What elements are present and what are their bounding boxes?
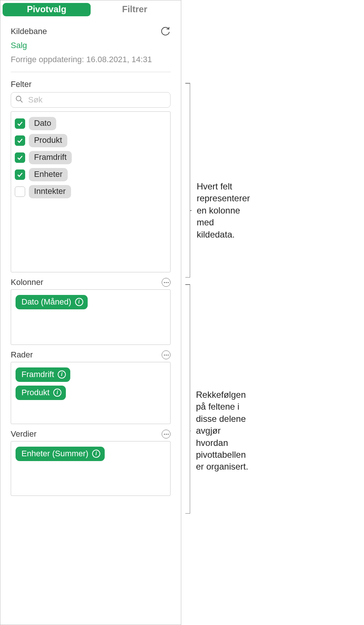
callout-text: Hvert felt representerer en kolonne med … (197, 181, 254, 241)
pill-label: Produkt (21, 388, 50, 397)
field-row: Enheter (14, 167, 167, 183)
column-pill-dato-maned[interactable]: Dato (Måned) i (16, 295, 88, 309)
field-checkbox-produkt[interactable] (15, 135, 25, 146)
tick-icon (190, 210, 192, 211)
row-pill-framdrift[interactable]: Framdrift i (16, 367, 70, 382)
callout-sections: Rekkefølgen på feltene i disse delene av… (183, 284, 190, 514)
values-label: Verdier (11, 429, 37, 439)
field-chip-framdrift[interactable]: Framdrift (29, 151, 72, 164)
fields-label: Felter (11, 80, 171, 89)
value-pill-enheter-summer[interactable]: Enheter (Summer) i (16, 447, 105, 461)
search-icon (15, 95, 23, 105)
values-dropzone[interactable]: Enheter (Summer) i (11, 441, 171, 496)
field-row: Produkt (14, 132, 167, 149)
row-pill-produkt[interactable]: Produkt i (16, 386, 66, 400)
pill-label: Dato (Måned) (21, 297, 71, 307)
field-checkbox-dato[interactable] (15, 118, 25, 129)
bracket-icon (183, 284, 190, 514)
field-row: Inntekter (14, 184, 167, 200)
info-icon[interactable]: i (92, 450, 100, 458)
tab-pivotvalg[interactable]: Pivotvalg (3, 3, 91, 16)
field-chip-produkt[interactable]: Produkt (29, 134, 67, 147)
columns-more-icon[interactable] (162, 278, 171, 287)
info-icon[interactable]: i (58, 370, 66, 379)
tabs-bar: Pivotvalg Filtrer (0, 0, 181, 18)
field-checkbox-framdrift[interactable] (15, 152, 25, 163)
field-chip-inntekter[interactable]: Inntekter (29, 185, 71, 198)
rows-more-icon[interactable] (162, 350, 171, 359)
field-row: Framdrift (14, 149, 167, 166)
pill-label: Framdrift (21, 370, 54, 379)
pivot-options-panel: Pivotvalg Filtrer Kildebane Salg Forrige… (0, 0, 181, 625)
svg-line-1 (20, 100, 22, 102)
refresh-icon[interactable] (160, 27, 171, 39)
columns-dropzone[interactable]: Dato (Måned) i (11, 289, 171, 345)
source-path-label: Kildebane (11, 27, 47, 36)
source-name[interactable]: Salg (11, 41, 171, 50)
info-icon[interactable]: i (53, 389, 61, 397)
tab-filtrer[interactable]: Filtrer (91, 3, 179, 16)
fields-list: Dato Produkt Framdrift (11, 111, 171, 272)
search-input[interactable] (11, 92, 171, 108)
annotations-area: Hvert felt representerer en kolonne med … (183, 0, 364, 625)
field-chip-enheter[interactable]: Enheter (29, 168, 68, 181)
callout-fields: Hvert felt representerer en kolonne med … (183, 83, 190, 278)
callout-text: Rekkefølgen på feltene i disse delene av… (196, 389, 251, 473)
pill-label: Enheter (Summer) (21, 449, 88, 458)
columns-label: Kolonner (11, 278, 43, 287)
last-updated-label: Forrige oppdatering: 16.08.2021, 14:31 (11, 55, 171, 72)
rows-dropzone[interactable]: Framdrift i Produkt i (11, 362, 171, 424)
rows-label: Rader (11, 350, 33, 360)
tick-icon (190, 431, 191, 431)
field-checkbox-inntekter[interactable] (15, 187, 25, 197)
bracket-icon (183, 83, 190, 278)
values-more-icon[interactable] (162, 430, 171, 438)
field-chip-dato[interactable]: Dato (29, 117, 56, 130)
field-row: Dato (14, 115, 167, 132)
info-icon[interactable]: i (75, 298, 83, 306)
field-checkbox-enheter[interactable] (15, 169, 25, 180)
